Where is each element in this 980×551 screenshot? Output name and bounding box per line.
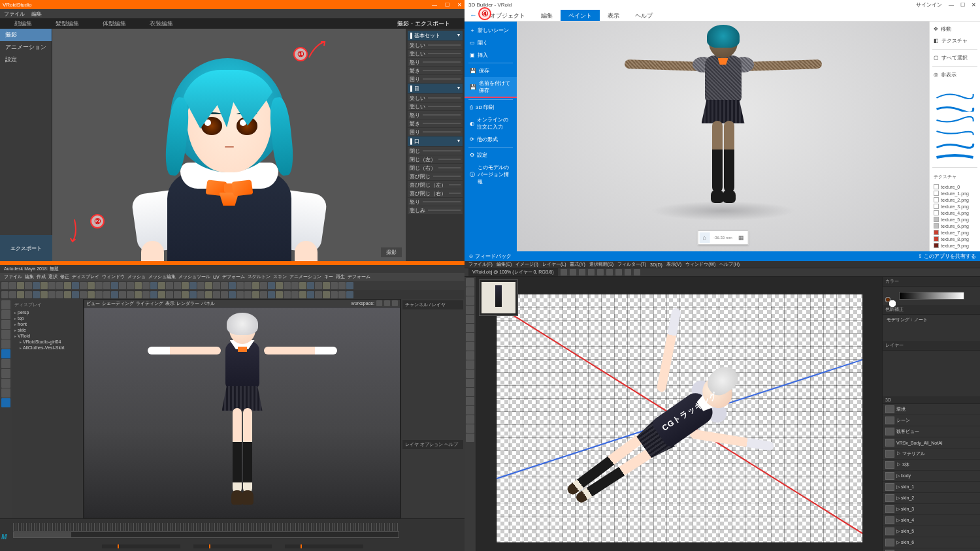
ribbon-tab-object[interactable]: オブジェクト ④ xyxy=(482,10,533,21)
ribbon-tab-edit[interactable]: 編集 xyxy=(533,10,561,21)
tab-export[interactable]: 撮影・エクスポート xyxy=(385,18,462,29)
layer-7[interactable]: texture_7.png xyxy=(932,229,977,236)
3d-layer-2[interactable]: 観客ビュー xyxy=(883,426,980,437)
color-slider[interactable] xyxy=(899,292,964,300)
panel-adjust[interactable]: 色調補正 xyxy=(883,305,980,315)
tool-path[interactable] xyxy=(466,406,474,415)
panel-color[interactable]: カラー xyxy=(883,277,980,287)
3d-layer-11[interactable]: ▷ skin_5 xyxy=(883,526,980,537)
ribbon-tab-view[interactable]: 表示 xyxy=(600,10,627,21)
tool-move[interactable]: ✥移動 xyxy=(932,24,977,34)
sign-in[interactable]: サインイン xyxy=(916,1,942,8)
3d-layer-3[interactable]: VRSv_Body_All_NotAI xyxy=(883,437,980,449)
tool-scale[interactable] xyxy=(1,339,10,349)
tool-crop[interactable] xyxy=(466,315,474,323)
layer-3[interactable]: texture_3.png xyxy=(932,203,977,210)
sb-settings[interactable]: ⚙設定 xyxy=(465,149,517,161)
min-button[interactable]: — xyxy=(432,2,437,8)
outliner-vroid[interactable]: VRoid xyxy=(13,333,82,339)
max-button[interactable]: ☐ xyxy=(445,2,449,8)
tool-marquee[interactable] xyxy=(466,287,474,296)
tool-text[interactable] xyxy=(466,397,474,405)
close-button[interactable]: ✕ xyxy=(457,2,462,8)
3d-layer-9[interactable]: ▷ skin_3 xyxy=(883,504,980,515)
channel-header[interactable]: チャンネル / レイヤ xyxy=(402,300,463,309)
tool-select[interactable] xyxy=(1,300,10,309)
menu-edit[interactable]: 編集 xyxy=(31,10,42,18)
outliner-top[interactable]: top xyxy=(13,315,82,321)
maya-viewport[interactable]: ビュー シェーディング ライティング 表示 レンダラー パネル workspac… xyxy=(84,299,400,518)
3d-layer-12[interactable]: ▷ skin_6 xyxy=(883,537,980,548)
sb-open[interactable]: ▭開く xyxy=(465,37,517,49)
tool-eraser[interactable] xyxy=(466,360,474,369)
tool-blur[interactable] xyxy=(466,379,474,387)
tool-hide[interactable]: ◎非表示 xyxy=(932,70,977,80)
layer-1[interactable]: texture_1.png xyxy=(932,190,977,197)
layer-4[interactable]: texture_4.png xyxy=(932,210,977,216)
3d-layer-1[interactable]: シーン xyxy=(883,415,980,426)
min-button[interactable]: — xyxy=(949,2,954,8)
sb-other-format[interactable]: ⟳他の形式 xyxy=(465,133,517,146)
sb-online-order[interactable]: ◐オンラインの注文に入力 xyxy=(465,114,517,133)
layer-header[interactable]: レイヤ オプション ヘルプ xyxy=(402,440,463,449)
tool-texture[interactable]: ◧テクスチャ xyxy=(932,36,977,46)
3d-layer-5[interactable]: ▷ 3体 xyxy=(883,460,980,471)
tool-hand[interactable] xyxy=(466,424,474,433)
tab-cloth-edit[interactable]: 衣装編集 xyxy=(138,18,185,29)
tool-move[interactable] xyxy=(466,278,474,287)
3d-layer-4[interactable]: ▷ マテリアル xyxy=(883,449,980,460)
sidebar-item-animation[interactable]: アニメーション xyxy=(0,41,52,54)
outliner-clothes[interactable]: AllClothes-Vest-Skirt xyxy=(13,345,82,351)
sidebar-item-settings[interactable]: 設定 xyxy=(0,54,52,66)
tool-wand[interactable] xyxy=(466,306,474,314)
sb-3dprint[interactable]: ⎙3D 印刷 xyxy=(465,101,517,114)
tool-move[interactable] xyxy=(1,320,10,329)
tool-selectall[interactable]: ▢すべて選択 xyxy=(932,53,977,63)
camera-button[interactable]: 撮影 xyxy=(381,247,402,257)
view-grid-icon[interactable]: ▦ xyxy=(736,232,747,243)
max-button[interactable]: ☐ xyxy=(960,2,965,8)
3d-layer-10[interactable]: ▷ skin_4 xyxy=(883,515,980,526)
tool-gradient[interactable] xyxy=(466,370,474,378)
ps-navigator-overlay[interactable] xyxy=(479,279,518,316)
3d-layer-0[interactable]: 環境 xyxy=(883,404,980,415)
ribbon-tab-paint[interactable]: ペイント xyxy=(561,10,600,21)
layer-0[interactable]: texture_0 xyxy=(932,183,977,190)
maya-timeline[interactable]: M xyxy=(0,518,465,542)
panel-layers[interactable]: レイヤー xyxy=(883,341,980,351)
close-button[interactable]: ✕ xyxy=(972,2,976,8)
outliner-front[interactable]: front xyxy=(13,321,82,327)
section-eye[interactable]: ▌目▾ xyxy=(408,84,463,93)
3d-layer-6[interactable]: ▷ body xyxy=(883,471,980,482)
tool-last[interactable] xyxy=(1,349,10,358)
ps-doc-tab[interactable]: VRoid.obj @ 100% (レイヤー 0, RGB/8) xyxy=(468,268,558,276)
builder-viewport[interactable]: ⌂ -36.33 mm ▦ xyxy=(517,22,929,251)
sidebar-item-camera[interactable]: 撮影 xyxy=(0,29,52,41)
tool-heal[interactable] xyxy=(466,333,474,341)
menu-file[interactable]: ファイル xyxy=(4,10,25,18)
slider-angry[interactable]: 怒り xyxy=(408,58,463,66)
vroid-viewport[interactable]: 撮影 ① ② xyxy=(52,29,406,261)
ps-canvas[interactable]: CGトラッキング xyxy=(476,277,882,551)
view-home-icon[interactable]: ⌂ xyxy=(699,232,710,243)
tool-shape[interactable] xyxy=(466,415,474,424)
tool-pen[interactable] xyxy=(466,388,474,396)
slider-surprise[interactable]: 驚き xyxy=(408,67,463,74)
layer-8[interactable]: texture_8.png xyxy=(932,236,977,242)
slider-happy[interactable]: 楽しい xyxy=(408,41,463,49)
slider-trouble[interactable]: 困り xyxy=(408,75,463,83)
3d-layer-13[interactable]: ▷ skin_7 xyxy=(883,548,980,551)
sb-new[interactable]: ＋新しいシーン xyxy=(465,24,517,37)
layer-5[interactable]: texture_5.png xyxy=(932,216,977,223)
tab-face-edit[interactable]: 顔編集 xyxy=(3,18,44,29)
outliner-persp[interactable]: persp xyxy=(13,309,82,315)
sb-saveas[interactable]: 💾名前を付けて保存 xyxy=(465,77,517,98)
layer-6[interactable]: texture_6.png xyxy=(932,223,977,229)
tab-body-edit[interactable]: 体型編集 xyxy=(91,18,138,29)
sb-insert[interactable]: ▣挿入 xyxy=(465,49,517,61)
layer-9[interactable]: texture_9.png xyxy=(932,242,977,249)
3d-layer-7[interactable]: ▷ skin_1 xyxy=(883,482,980,493)
sb-save[interactable]: 💾保存 xyxy=(465,65,517,77)
sb-about[interactable]: ⓘこのモデルのバージョン情報 xyxy=(465,161,517,188)
3d-layer-8[interactable]: ▷ skin_2 xyxy=(883,493,980,504)
